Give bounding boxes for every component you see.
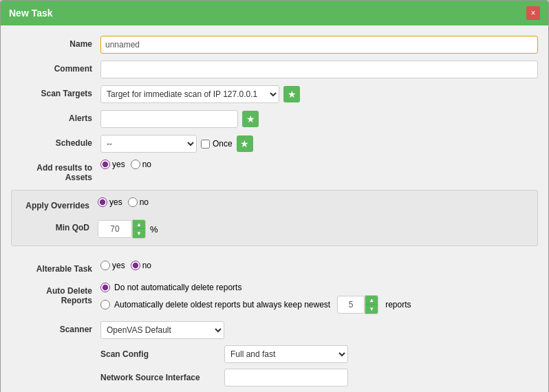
alterable-no-label[interactable]: no: [131, 261, 151, 270]
scan-targets-label: Scan Targets: [11, 85, 100, 98]
network-source-input[interactable]: [224, 369, 348, 386]
apply-overrides-no-radio[interactable]: [128, 197, 138, 207]
apply-overrides-label: Apply Overrides: [22, 197, 98, 210]
alterable-task-control: yes no: [100, 261, 538, 270]
auto-delete-label: Auto Delete Reports: [11, 283, 100, 305]
schedule-row: Schedule -- Once ★: [1, 131, 548, 156]
comment-label: Comment: [11, 61, 100, 74]
min-qod-control: ▲ ▼ %: [98, 219, 527, 239]
scanner-select[interactable]: OpenVAS Default: [100, 321, 224, 339]
add-results-label: Add results to Assets: [11, 160, 100, 182]
schedule-control: -- Once ★: [100, 135, 538, 153]
add-results-no-text: no: [142, 160, 151, 169]
alterable-task-row: Alterable Task yes no: [1, 257, 548, 279]
alerts-row: Alerts ★: [1, 107, 548, 131]
add-results-row: Add results to Assets yes no: [1, 156, 548, 186]
schedule-star-button[interactable]: ★: [237, 135, 253, 152]
apply-overrides-yes-text: yes: [109, 197, 122, 207]
auto-delete-no-option[interactable]: Do not automatically delete reports: [100, 283, 411, 292]
auto-delete-row: Auto Delete Reports Do not automatically…: [1, 279, 548, 318]
auto-delete-yes-option[interactable]: Automatically delete oldest reports but …: [100, 295, 411, 314]
scan-targets-star-button[interactable]: ★: [283, 86, 300, 102]
dialog-title: New Task: [9, 8, 53, 19]
scan-config-control: Full and fast: [224, 345, 538, 363]
apply-overrides-no-label[interactable]: no: [128, 197, 149, 207]
min-qod-row: Min QoD ▲ ▼ %: [19, 217, 530, 241]
alterable-yes-radio[interactable]: [100, 261, 110, 270]
auto-delete-reports-label: reports: [385, 300, 411, 309]
apply-overrides-radio-group: yes no: [98, 197, 149, 207]
scanner-inner: Scan Config Full and fast Network Source…: [100, 342, 538, 392]
auto-delete-up-button[interactable]: ▲: [365, 296, 378, 305]
schedule-label: Schedule: [11, 135, 100, 148]
min-qod-spinner: ▲ ▼: [98, 219, 146, 239]
alterable-radio-group: yes no: [100, 261, 151, 270]
apply-overrides-row: Apply Overrides yes no: [19, 195, 530, 217]
add-results-no-label[interactable]: no: [131, 160, 151, 169]
close-button[interactable]: ×: [526, 6, 540, 20]
scanner-control: OpenVAS Default: [100, 321, 538, 339]
overrides-subsection: Apply Overrides yes no Min Q: [11, 190, 538, 246]
auto-delete-control: Do not automatically delete reports Auto…: [100, 283, 538, 314]
scan-targets-select[interactable]: Target for immediate scan of IP 127.0.0.…: [100, 85, 279, 103]
comment-row: Comment: [1, 57, 548, 82]
schedule-select[interactable]: --: [100, 135, 197, 153]
network-source-control: [224, 369, 538, 386]
scan-config-row: Scan Config Full and fast: [100, 342, 538, 366]
alerts-input[interactable]: [100, 110, 238, 128]
alerts-star-button[interactable]: ★: [242, 111, 259, 127]
min-qod-spinner-buttons: ▲ ▼: [132, 219, 146, 239]
scan-targets-control: Target for immediate scan of IP 127.0.0.…: [100, 85, 538, 103]
order-hosts-row: Order for target hosts Sequential: [100, 389, 538, 392]
name-row: Name: [1, 32, 548, 57]
alerts-label: Alerts: [11, 110, 100, 123]
once-checkbox[interactable]: [201, 140, 210, 149]
auto-delete-no-radio[interactable]: [100, 283, 110, 292]
auto-delete-yes-radio[interactable]: [100, 300, 110, 309]
scanner-row: Scanner OpenVAS Default: [1, 318, 548, 342]
name-input[interactable]: [100, 36, 538, 54]
auto-delete-yes-text: Automatically delete oldest reports but …: [114, 300, 330, 309]
min-qod-input[interactable]: [98, 220, 132, 238]
alterable-no-text: no: [142, 261, 151, 270]
network-source-label: Network Source Interface: [100, 373, 224, 382]
once-label-wrap: Once: [201, 139, 233, 149]
apply-overrides-yes-label[interactable]: yes: [98, 197, 122, 207]
apply-overrides-yes-radio[interactable]: [98, 197, 107, 207]
alterable-yes-label[interactable]: yes: [100, 261, 125, 270]
auto-delete-options: Do not automatically delete reports Auto…: [100, 283, 411, 314]
add-results-yes-label[interactable]: yes: [100, 160, 125, 169]
min-qod-percent: %: [150, 224, 158, 235]
add-results-control: yes no: [100, 160, 538, 169]
add-results-yes-radio[interactable]: [100, 160, 110, 169]
apply-overrides-control: yes no: [98, 197, 527, 207]
alterable-no-radio[interactable]: [131, 261, 140, 270]
alterable-yes-text: yes: [112, 261, 125, 270]
auto-delete-spinner: ▲ ▼: [337, 295, 378, 314]
scan-config-label: Scan Config: [100, 349, 224, 359]
dialog-header: New Task ×: [1, 1, 548, 25]
network-source-row: Network Source Interface: [100, 366, 538, 389]
min-qod-label: Min QoD: [22, 219, 98, 232]
alterable-task-label: Alterable Task: [11, 261, 100, 274]
min-qod-up-button[interactable]: ▲: [133, 220, 145, 229]
auto-delete-down-button[interactable]: ▼: [365, 305, 378, 314]
alerts-control: ★: [100, 110, 538, 128]
auto-delete-spinner-buttons: ▲ ▼: [365, 295, 378, 314]
scanner-label: Scanner: [11, 321, 100, 334]
auto-delete-keep-input[interactable]: [337, 296, 365, 314]
scan-config-select[interactable]: Full and fast: [224, 345, 348, 363]
comment-control: [100, 61, 538, 78]
add-results-no-radio[interactable]: [131, 160, 140, 169]
name-label: Name: [11, 36, 100, 49]
name-control: [100, 36, 538, 54]
scanner-sub-fields: Scan Config Full and fast Network Source…: [1, 342, 548, 392]
apply-overrides-no-text: no: [140, 197, 149, 207]
min-qod-down-button[interactable]: ▼: [133, 229, 145, 238]
dialog-body: Name Comment Scan Targets Target for imm…: [1, 25, 548, 392]
once-label: Once: [213, 139, 233, 149]
new-task-dialog: New Task × Name Comment Scan Targets Tar…: [0, 0, 549, 392]
auto-delete-no-text: Do not automatically delete reports: [114, 283, 241, 292]
add-results-radio-group: yes no: [100, 160, 151, 169]
comment-input[interactable]: [100, 61, 538, 78]
